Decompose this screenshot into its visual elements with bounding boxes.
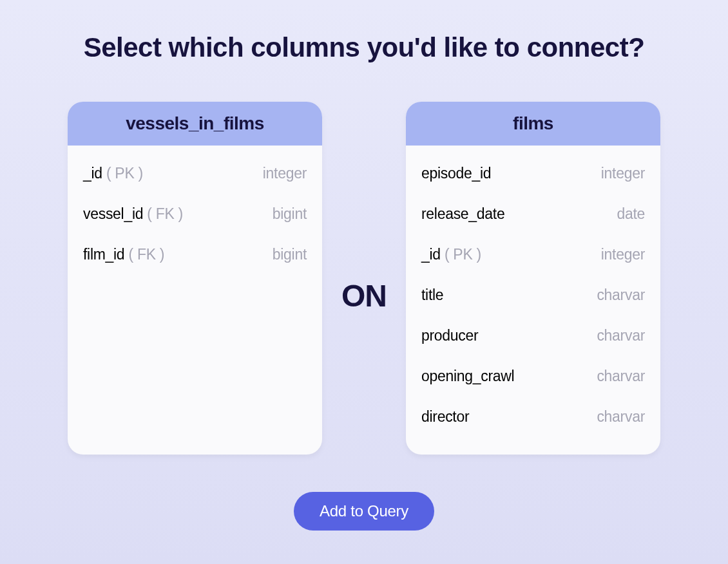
column-type: integer [263,165,307,182]
column-name: _id ( PK ) [83,165,143,182]
column-type: charvar [597,368,645,385]
column-key-label: ( PK ) [441,246,481,263]
column-type: bigint [273,205,307,223]
column-name: producer [421,327,478,344]
column-type: bigint [273,246,307,263]
column-name: vessel_id ( FK ) [83,205,183,223]
column-row[interactable]: producercharvar [421,315,645,356]
column-row[interactable]: titlecharvar [421,275,645,315]
column-name-text: title [421,287,443,303]
right-table-name: films [406,102,660,146]
column-row[interactable]: episode_idinteger [421,153,645,194]
column-name-text: director [421,408,469,425]
column-name-text: vessel_id [83,205,143,222]
column-type: date [617,205,645,223]
column-row[interactable]: opening_crawlcharvar [421,356,645,397]
column-row[interactable]: vessel_id ( FK )bigint [83,194,307,234]
column-name: _id ( PK ) [421,246,481,263]
column-row[interactable]: _id ( PK )integer [421,234,645,275]
left-table-body: _id ( PK )integervessel_id ( FK )bigintf… [68,146,322,455]
column-key-label: ( FK ) [124,246,164,263]
column-name-text: episode_id [421,165,491,182]
left-table-name: vessels_in_films [68,102,322,146]
column-name-text: _id [83,165,102,182]
right-table-body: episode_idintegerrelease_datedate_id ( P… [406,146,660,455]
column-name-text: _id [421,246,441,263]
column-row[interactable]: directorcharvar [421,397,645,437]
column-type: charvar [597,327,645,344]
join-keyword: ON [341,278,387,314]
column-name: release_date [421,205,504,223]
left-table-card: vessels_in_films _id ( PK )integervessel… [68,102,322,455]
right-table-card: films episode_idintegerrelease_datedate_… [406,102,660,455]
column-row[interactable]: release_datedate [421,194,645,234]
column-row[interactable]: _id ( PK )integer [83,153,307,194]
column-row[interactable]: film_id ( FK )bigint [83,234,307,275]
column-name-text: producer [421,327,478,344]
page-title: Select which columns you'd like to conne… [84,32,645,63]
column-type: integer [601,165,645,182]
column-name: title [421,287,443,304]
column-name: opening_crawl [421,368,514,385]
column-name: director [421,408,469,426]
column-name-text: opening_crawl [421,368,514,384]
column-key-label: ( PK ) [102,165,143,182]
column-name-text: release_date [421,205,504,222]
column-key-label: ( FK ) [143,205,183,222]
column-type: charvar [597,287,645,304]
column-name-text: film_id [83,246,124,263]
column-name: episode_id [421,165,491,182]
add-to-query-button[interactable]: Add to Query [294,492,434,531]
column-type: charvar [597,408,645,426]
column-name: film_id ( FK ) [83,246,164,263]
column-type: integer [601,246,645,263]
cards-container: vessels_in_films _id ( PK )integervessel… [26,102,702,455]
